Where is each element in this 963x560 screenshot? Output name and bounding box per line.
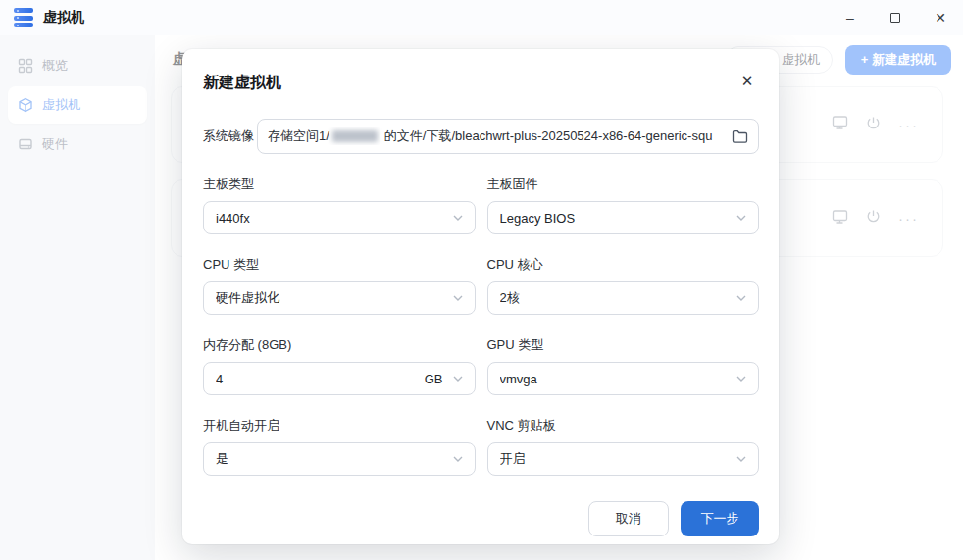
field-autostart: 开机自动开启 是 — [203, 417, 476, 476]
system-image-input[interactable]: 存储空间1/ 的文件/下载/bleachwrt-plus-20250524-x8… — [257, 119, 759, 154]
cpu-cores-select[interactable]: 2核 — [487, 281, 760, 315]
field-label: 开机自动开启 — [203, 417, 476, 434]
field-vnc-clipboard: VNC 剪贴板 开启 — [487, 417, 760, 476]
field-label: CPU 核心 — [487, 256, 760, 274]
system-image-label: 系统镜像 — [203, 127, 257, 145]
field-label: 主板类型 — [203, 176, 476, 193]
maximize-icon[interactable] — [873, 0, 918, 35]
autostart-select[interactable]: 是 — [203, 442, 476, 476]
redacted-username — [332, 130, 378, 142]
chevron-down-icon — [736, 295, 746, 301]
titlebar: 虚拟机 – ✕ — [0, 0, 963, 35]
field-label: CPU 类型 — [203, 256, 476, 274]
field-board-type: 主板类型 i440fx — [203, 176, 476, 234]
field-label: 内存分配 (8GB) — [203, 336, 476, 354]
dialog-title: 新建虚拟机 — [203, 73, 759, 93]
chevron-down-icon — [453, 215, 463, 221]
field-label: GPU 类型 — [487, 336, 760, 354]
chevron-down-icon — [453, 456, 463, 462]
window-controls: – ✕ — [828, 0, 963, 35]
board-type-select[interactable]: i440fx — [203, 201, 476, 234]
close-window-icon[interactable]: ✕ — [918, 0, 963, 35]
cpu-type-select[interactable]: 硬件虚拟化 — [203, 281, 476, 315]
vnc-clipboard-select[interactable]: 开启 — [487, 442, 760, 476]
gpu-type-select[interactable]: vmvga — [487, 362, 760, 395]
memory-input[interactable]: 4 GB — [203, 362, 476, 395]
new-vm-dialog: 新建虚拟机 ✕ 系统镜像 存储空间1/ 的文件/下载/bleachwrt-plu… — [182, 49, 779, 544]
board-firmware-select[interactable]: Legacy BIOS — [487, 201, 760, 234]
field-gpu-type: GPU 类型 vmvga — [487, 336, 760, 395]
cancel-button[interactable]: 取消 — [588, 501, 669, 536]
field-label: 主板固件 — [487, 176, 760, 193]
chevron-down-icon — [453, 295, 463, 301]
field-cpu-type: CPU 类型 硬件虚拟化 — [203, 256, 476, 315]
app-logo-server-icon — [14, 8, 33, 27]
chevron-down-icon — [736, 215, 746, 221]
field-board-firmware: 主板固件 Legacy BIOS — [487, 176, 760, 234]
memory-unit-label: GB — [425, 372, 443, 386]
field-cpu-cores: CPU 核心 2核 — [487, 256, 760, 315]
chevron-down-icon — [736, 456, 746, 462]
field-memory: 内存分配 (8GB) 4 GB — [203, 336, 476, 395]
field-label: VNC 剪贴板 — [487, 417, 760, 434]
next-step-button[interactable]: 下一步 — [681, 501, 759, 536]
app-title: 虚拟机 — [43, 9, 84, 26]
system-image-path: 存储空间1/ 的文件/下载/bleachwrt-plus-20250524-x8… — [268, 127, 724, 145]
chevron-down-icon — [736, 376, 746, 382]
browse-folder-icon[interactable] — [732, 129, 748, 144]
close-icon[interactable]: ✕ — [735, 70, 759, 93]
minimize-icon[interactable]: – — [828, 0, 873, 35]
chevron-down-icon — [453, 376, 463, 382]
